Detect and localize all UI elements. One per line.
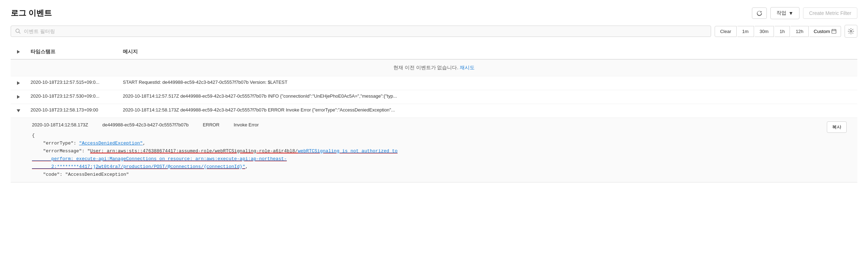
filter-1m-button[interactable]: 1m xyxy=(737,26,754,37)
timestamp-cell: 2020-10-18T23:12:58.173+09:00 xyxy=(26,104,119,118)
search-row: Clear 1m 30m 1h 12h Custom xyxy=(11,25,857,38)
row-expand-button[interactable] xyxy=(15,80,22,87)
svg-point-6 xyxy=(850,31,852,32)
row-expand-icon xyxy=(17,95,20,99)
calendar-icon xyxy=(831,29,836,34)
no-events-row: 현재 이전 이벤트가 없습니다. 재시도 xyxy=(11,59,857,76)
expanded-detail-row: 2020-10-18T14:12:58.173Z de449988-ec59-4… xyxy=(11,118,857,182)
filter-12h-button[interactable]: 12h xyxy=(791,26,809,37)
expand-cell xyxy=(11,76,26,90)
row-expand-icon xyxy=(17,81,20,85)
settings-button[interactable] xyxy=(845,25,857,38)
expanded-detail-cell: 2020-10-18T14:12:58.173Z de449988-ec59-4… xyxy=(11,118,857,182)
clear-filter-button[interactable]: Clear xyxy=(715,26,736,37)
message-cell: START RequestId: de449988-ec59-42c3-b427… xyxy=(119,76,857,90)
row-collapse-icon xyxy=(17,109,20,112)
log-table: 타임스탬프 메시지 현재 이전 이벤트가 없습니다. 재시도 xyxy=(11,45,857,182)
search-icon xyxy=(15,28,21,34)
json-block: { "errorType": "AccessDeniedException", … xyxy=(32,132,850,179)
row-expand-button[interactable] xyxy=(15,107,22,114)
error-type-link[interactable]: "AccessDeniedException" xyxy=(79,141,143,146)
search-input[interactable] xyxy=(24,28,707,34)
error-message-underline: User: arn:aws:sts::476388674417:assumed-… xyxy=(32,148,398,169)
time-filters: Clear 1m 30m 1h 12h Custom xyxy=(715,26,841,37)
filter-1h-button[interactable]: 1h xyxy=(775,26,790,37)
copy-button[interactable]: 복사 xyxy=(827,121,847,133)
error-message-link[interactable]: webRTCSignaling is not authorized to per… xyxy=(32,148,398,169)
timestamp-cell: 2020-10-18T23:12:57.515+09:0... xyxy=(26,76,119,90)
expand-all-button[interactable] xyxy=(15,48,22,55)
settings-icon xyxy=(848,28,854,34)
table-row: 2020-10-18T23:12:58.173+09:00 2020-10-18… xyxy=(11,104,857,118)
page-title: 로그 이벤트 xyxy=(11,8,52,18)
retry-link[interactable]: 재시도 xyxy=(460,65,475,70)
expand-cell xyxy=(11,104,26,118)
row-expand-button[interactable] xyxy=(15,93,22,100)
search-container xyxy=(11,26,711,37)
svg-line-1 xyxy=(19,32,20,33)
expand-cell xyxy=(11,90,26,104)
timestamp-cell: 2020-10-18T23:12:57.530+09:0... xyxy=(26,90,119,104)
table-row: 2020-10-18T23:12:57.530+09:0... 2020-10-… xyxy=(11,90,857,104)
table-row: 2020-10-18T23:12:57.515+09:0... START Re… xyxy=(11,76,857,90)
expand-all-icon xyxy=(17,50,20,54)
action-button[interactable]: 작업 ▼ xyxy=(770,7,799,19)
message-cell: 2020-10-18T14:12:58.173Z de449988-ec59-4… xyxy=(119,104,857,118)
refresh-icon xyxy=(757,10,762,16)
refresh-button[interactable] xyxy=(752,7,767,19)
create-metric-filter-button[interactable]: Create Metric Filter xyxy=(803,7,857,19)
message-cell: 2020-10-18T14:12:57.517Z de449988-ec59-4… xyxy=(119,90,857,104)
page-header: 로그 이벤트 작업 ▼ Create Metric Filter xyxy=(11,7,857,19)
table-header-row: 타임스탬프 메시지 xyxy=(11,45,857,59)
filter-30m-button[interactable]: 30m xyxy=(755,26,774,37)
expand-col-header xyxy=(11,45,26,59)
detail-header: 2020-10-18T14:12:58.173Z de449988-ec59-4… xyxy=(32,121,850,129)
header-actions: 작업 ▼ Create Metric Filter xyxy=(752,7,857,19)
expanded-content: 2020-10-18T14:12:58.173Z de449988-ec59-4… xyxy=(11,118,857,182)
svg-rect-2 xyxy=(832,29,836,33)
message-col-header: 메시지 xyxy=(119,45,857,59)
filter-custom-button[interactable]: Custom xyxy=(809,26,841,37)
timestamp-col-header: 타임스탬프 xyxy=(26,45,119,59)
